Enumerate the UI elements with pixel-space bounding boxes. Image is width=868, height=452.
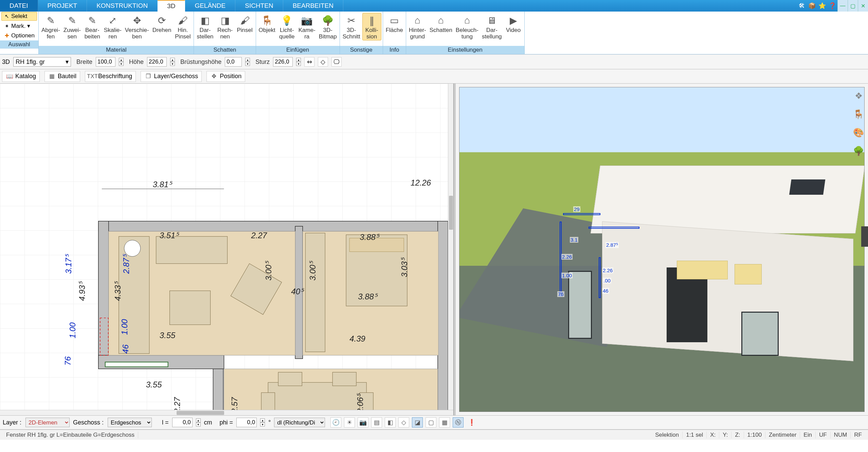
sonstige-btn-0[interactable]: ✂3D- Schnitt: [341, 13, 362, 40]
optionen-button[interactable]: ✚Optionen: [1, 31, 37, 40]
einstellungen-label-0: Hinter- grund: [409, 27, 426, 40]
hoehe-input[interactable]: [147, 57, 167, 67]
pane-2d[interactable]: 3.81⁵ 12.26 3.51⁵ 2.27 3.88⁵ 3.88⁵ 2.87⁵…: [0, 84, 454, 415]
einfuegen-icon-0: 🪑: [259, 14, 274, 27]
breite-spinner[interactable]: ▲▼: [119, 58, 124, 66]
align-icon[interactable]: ⇔: [304, 57, 314, 67]
outline-icon[interactable]: ▢: [426, 417, 436, 428]
monitor-icon[interactable]: 🖵: [331, 57, 342, 67]
help-icon[interactable]: ❓: [827, 0, 837, 12]
minimize-button[interactable]: —: [837, 0, 848, 12]
clock-icon[interactable]: 🕘: [330, 417, 341, 428]
schatten-btn-0[interactable]: ◧Dar- stellen: [195, 13, 215, 40]
furniture-icon[interactable]: 🪑: [852, 107, 865, 121]
info-icon[interactable]: ❗: [466, 417, 477, 428]
tab-katalog[interactable]: 📖Katalog: [2, 71, 40, 82]
material-btn-0[interactable]: ✎Abgrei- fen: [40, 13, 61, 40]
phi-spinner[interactable]: ▲▼: [260, 418, 265, 427]
tab-layer[interactable]: ❐Layer/Geschoss: [141, 71, 202, 82]
material-btn-4[interactable]: ✥Verschie- ben: [124, 13, 150, 40]
material-btn-5[interactable]: ⟳Drehen: [151, 13, 173, 34]
tabs-bar: 📖Katalog ▦Bauteil TXTBeschriftung ❐Layer…: [0, 69, 868, 84]
svg-rect-19: [278, 372, 302, 386]
camera-icon[interactable]: 📷: [358, 417, 368, 428]
tools-icon[interactable]: 🛠: [797, 0, 807, 12]
einfuegen-btn-0[interactable]: 🪑Objekt: [257, 13, 277, 34]
menu-tab-datei[interactable]: DATEI: [0, 0, 38, 12]
sturz-input[interactable]: [273, 57, 293, 67]
north-icon[interactable]: Ⓝ: [453, 417, 464, 428]
close-button[interactable]: ✕: [858, 0, 868, 12]
floor-plan[interactable]: 3.81⁵ 12.26 3.51⁵ 2.27 3.88⁵ 3.88⁵ 2.87⁵…: [0, 84, 453, 415]
status-z: Z:: [731, 432, 744, 438]
sturz-spinner[interactable]: ▲▼: [296, 58, 301, 66]
anchor-icon[interactable]: ◇: [318, 57, 328, 67]
einstellungen-label-4: Video: [506, 27, 521, 34]
tab-bauteil[interactable]: ▦Bauteil: [44, 71, 80, 82]
schatten-btn-1[interactable]: ◨Rech- nen: [216, 13, 235, 40]
star-icon[interactable]: ⭐: [817, 0, 827, 12]
info-btn-0[interactable]: ▭Fläche: [384, 13, 404, 34]
dim-3-00b: 3.00⁵: [308, 260, 317, 281]
scrollbar-horizontal[interactable]: [0, 410, 453, 415]
bruestung-input[interactable]: [225, 57, 242, 67]
shade-icon[interactable]: ◪: [412, 417, 423, 428]
length-input[interactable]: [172, 418, 193, 427]
element-type-select[interactable]: RH 1flg. gr ▾: [13, 57, 71, 67]
tree-icon[interactable]: 🌳: [852, 144, 865, 158]
einfuegen-label-2: Kame- ra: [299, 27, 315, 40]
einstellungen-btn-2[interactable]: ⌂Beleuch- tung: [454, 13, 480, 40]
material-label-0: Abgrei- fen: [41, 27, 60, 40]
sturz-label: Sturz: [255, 58, 270, 66]
menu-tab-projekt[interactable]: PROJEKT: [38, 0, 87, 12]
sonstige-icon-0: ✂: [344, 14, 359, 27]
einfuegen-btn-3[interactable]: 🌳3D- Bitmap: [318, 13, 338, 40]
material-btn-6[interactable]: 🖌Hin. Pinsel: [173, 13, 192, 40]
tab-position[interactable]: ✥Position: [206, 71, 245, 82]
einstellungen-btn-4[interactable]: ▶Video: [504, 13, 523, 34]
einstellungen-btn-3[interactable]: 🖥Dar- stellung: [481, 13, 503, 40]
menu-tab-3d[interactable]: 3D: [158, 0, 185, 12]
square-icon[interactable]: ◧: [385, 417, 396, 428]
layer-select[interactable]: 2D-Elemen: [25, 418, 70, 427]
grid-icon[interactable]: ▦: [439, 417, 450, 428]
material-icon-2: ✎: [85, 14, 100, 27]
svg-rect-15: [305, 233, 325, 352]
einfuegen-btn-1[interactable]: 💡Licht- quelle: [277, 13, 296, 40]
tab-beschriftung[interactable]: TXTBeschriftung: [85, 71, 136, 82]
mark-button[interactable]: ✶Mark.▾: [1, 21, 37, 31]
status-scale: 1:100: [744, 432, 766, 438]
mode-select[interactable]: dl (Richtung/Di: [274, 418, 325, 427]
geschoss-select[interactable]: Erdgeschos: [108, 418, 152, 427]
bruestung-spinner[interactable]: ▲▼: [245, 58, 250, 66]
scrollbar-vertical[interactable]: [448, 84, 453, 410]
length-spinner[interactable]: ▲▼: [196, 418, 201, 427]
hoehe-spinner[interactable]: ▲▼: [170, 58, 175, 66]
plus-icon: ✚: [4, 33, 10, 39]
einfuegen-btn-2[interactable]: 📷Kame- ra: [297, 13, 317, 40]
menu-tab-gelaende[interactable]: GELÄNDE: [185, 0, 235, 12]
material-btn-1[interactable]: ✎Zuwei- sen: [62, 13, 82, 40]
material-btn-2[interactable]: ✎Bear- beiten: [83, 13, 102, 40]
menu-tab-bearbeiten[interactable]: BEARBEITEN: [283, 0, 343, 12]
phi-input[interactable]: [236, 418, 257, 427]
sun-icon[interactable]: ☀: [344, 417, 355, 428]
material-btn-3[interactable]: ⤢Skalie- ren: [103, 13, 123, 40]
menu-tab-konstruktion[interactable]: KONSTRUKTION: [87, 0, 158, 12]
layers-icon[interactable]: ❖: [852, 89, 865, 103]
einstellungen-btn-0[interactable]: ⌂Hinter- grund: [408, 13, 428, 40]
pane-3d[interactable]: 29 3.1 2.26 1.00 76 2.87⁵ 2.26 .00 46 ❖ …: [456, 84, 868, 415]
box-icon[interactable]: 📦: [807, 0, 817, 12]
einstellungen-btn-1[interactable]: ⌂Schatten: [428, 13, 454, 34]
diamond-icon[interactable]: ◇: [398, 417, 409, 428]
restore-button[interactable]: ▢: [848, 0, 858, 12]
side-panel-handle[interactable]: [861, 226, 868, 247]
breite-input[interactable]: [96, 57, 115, 67]
color-palette-icon[interactable]: 🎨: [852, 126, 865, 139]
schatten-btn-2[interactable]: 🖌Pinsel: [235, 13, 254, 34]
menu-tab-sichten[interactable]: SICHTEN: [235, 0, 283, 12]
sonstige-btn-1[interactable]: ‖Kolli- sion: [362, 13, 381, 40]
stack-icon[interactable]: ▤: [371, 417, 382, 428]
selekt-button[interactable]: ↖Selekt: [1, 12, 37, 21]
view-3d-canvas[interactable]: 29 3.1 2.26 1.00 76 2.87⁵ 2.26 .00 46: [459, 87, 865, 412]
